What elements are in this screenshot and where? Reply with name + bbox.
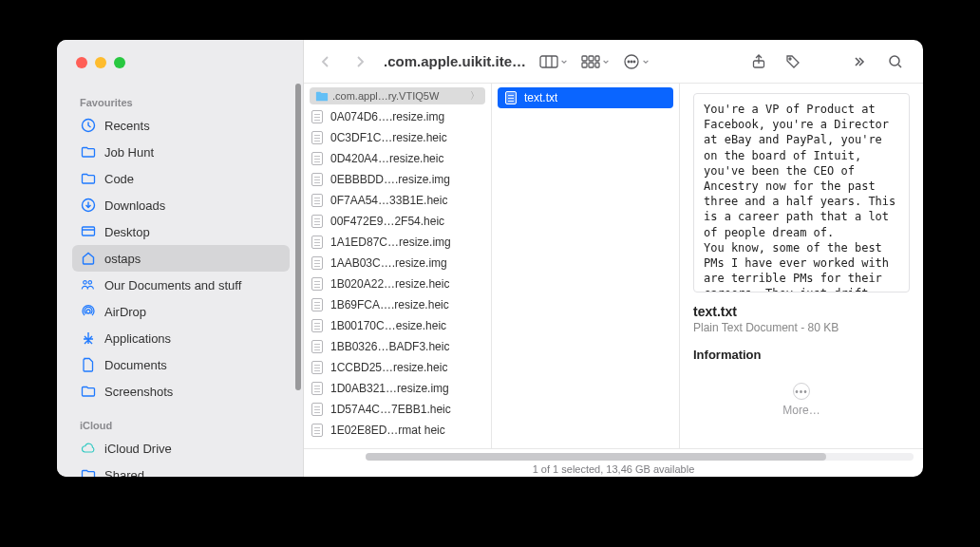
file-row[interactable]: 0A074D6….resize.img xyxy=(304,106,491,127)
sidebar-section-header: Favourites xyxy=(80,97,293,108)
folder-icon xyxy=(80,383,97,400)
file-row[interactable]: 1AAB03C….resize.img xyxy=(304,253,491,274)
main-area: .com.apple.uikit.ite… xyxy=(304,40,923,477)
column-browser: .com.appl…ry.VTIQ5W 〉 0A074D6….resize.im… xyxy=(304,84,923,448)
preview-more[interactable]: ••• More… xyxy=(693,383,910,417)
sidebar-item-recents[interactable]: Recents xyxy=(72,112,290,139)
file-row[interactable]: 1B69FCA….resize.heic xyxy=(304,294,491,315)
sidebar-item-shared[interactable]: Shared xyxy=(72,462,290,477)
document-icon xyxy=(311,277,325,291)
apps-icon xyxy=(80,330,97,347)
view-columns-button[interactable] xyxy=(539,55,568,68)
forward-button[interactable] xyxy=(346,49,374,74)
file-name: 1D0AB321…resize.img xyxy=(330,382,449,395)
file-row[interactable]: 1B00170C…esize.heic xyxy=(304,315,491,336)
sidebar-section-header: iCloud xyxy=(80,420,293,431)
sidebar-item-label: AirDrop xyxy=(104,305,282,319)
file-name: 0F7AA54…33B1E.heic xyxy=(330,194,447,207)
path-header[interactable]: .com.appl…ry.VTIQ5W 〉 xyxy=(310,87,485,104)
file-row[interactable]: 0F7AA54…33B1E.heic xyxy=(304,190,491,211)
file-row[interactable]: 1D0AB321…resize.img xyxy=(304,378,491,399)
file-row[interactable]: 1B020A22…resize.heic xyxy=(304,274,491,294)
file-row[interactable]: 0C3DF1C…resize.heic xyxy=(304,127,491,148)
desktop-icon xyxy=(80,223,97,240)
airdrop-icon xyxy=(80,303,97,320)
file-row[interactable]: 0D420A4…resize.heic xyxy=(304,148,491,169)
path-header-label: .com.appl…ry.VTIQ5W xyxy=(332,90,466,102)
tags-button[interactable] xyxy=(779,49,807,74)
file-row[interactable]: 1D57A4C…7EBB1.heic xyxy=(304,399,491,420)
chevron-right-icon: 〉 xyxy=(470,89,480,103)
file-row[interactable]: 1E02E8ED…rmat heic xyxy=(304,420,491,441)
document-icon xyxy=(311,403,325,416)
svg-rect-7 xyxy=(582,56,587,61)
file-name: 1AAB03C….resize.img xyxy=(330,256,447,270)
share-button[interactable] xyxy=(744,49,773,74)
search-button[interactable] xyxy=(881,49,910,74)
document-icon xyxy=(311,131,325,144)
sidebar-item-label: Desktop xyxy=(104,225,282,239)
sidebar-item-job-hunt[interactable]: Job Hunt xyxy=(72,139,290,165)
zoom-window-button[interactable] xyxy=(114,57,125,68)
file-name: 1A1ED87C…resize.img xyxy=(330,236,451,249)
preview-content: You're a VP of Product at Facebook, you'… xyxy=(693,93,910,292)
sidebar-item-screenshots[interactable]: Screenshots xyxy=(72,378,290,405)
svg-point-19 xyxy=(890,56,899,66)
document-icon xyxy=(311,110,325,123)
file-row[interactable]: 1A1ED87C…resize.img xyxy=(304,232,491,253)
column-2: text.txt ‖ xyxy=(492,84,680,448)
document-icon xyxy=(311,361,325,374)
file-row[interactable]: text.txt xyxy=(498,87,673,108)
file-row[interactable]: 00F472E9…2F54.heic xyxy=(304,211,491,232)
action-menu-button[interactable] xyxy=(623,53,650,70)
sidebar-item-downloads[interactable]: Downloads xyxy=(72,192,290,218)
file-name: 1B020A22…resize.heic xyxy=(330,277,449,291)
file-name: text.txt xyxy=(524,91,557,104)
file-name: 0EBBBDD….resize.img xyxy=(330,173,450,186)
sidebar-item-airdrop[interactable]: AirDrop xyxy=(72,298,290,325)
file-row[interactable]: 1CCBD25…resize.heic xyxy=(304,357,491,378)
file-row[interactable]: 1BB0326…BADF3.heic xyxy=(304,336,491,357)
home-icon xyxy=(80,250,97,267)
svg-point-16 xyxy=(633,61,635,63)
svg-point-3 xyxy=(84,281,87,285)
sidebar-item-code[interactable]: Code xyxy=(72,165,290,192)
document-icon xyxy=(311,152,325,165)
document-icon xyxy=(311,256,325,270)
svg-rect-11 xyxy=(589,63,594,67)
close-window-button[interactable] xyxy=(76,57,87,68)
file-row[interactable]: 0EBBBDD….resize.img xyxy=(304,169,491,190)
people-icon xyxy=(80,276,97,293)
horizontal-scrollbar[interactable] xyxy=(366,453,914,461)
document-icon xyxy=(311,319,325,332)
svg-rect-10 xyxy=(582,63,587,67)
document-icon xyxy=(311,340,325,353)
svg-point-5 xyxy=(86,310,90,313)
group-by-button[interactable] xyxy=(581,55,610,68)
sidebar-item-our-documents-and-stuff[interactable]: Our Documents and stuff xyxy=(72,272,290,298)
file-name: 1BB0326…BADF3.heic xyxy=(330,340,449,353)
sidebar-scrollbar[interactable] xyxy=(295,84,301,477)
minimize-window-button[interactable] xyxy=(95,57,106,68)
file-name: 0A074D6….resize.img xyxy=(330,110,444,123)
svg-point-15 xyxy=(631,61,632,63)
sidebar-item-documents[interactable]: Documents xyxy=(72,351,290,378)
sidebar-item-label: Screenshots xyxy=(104,385,282,399)
file-name: 1D57A4C…7EBB1.heic xyxy=(330,403,451,416)
document-icon xyxy=(311,424,325,437)
sidebar-item-icloud-drive[interactable]: iCloud Drive xyxy=(72,435,290,462)
sidebar-item-ostaps[interactable]: ostaps xyxy=(72,245,290,272)
svg-rect-8 xyxy=(589,56,594,61)
sidebar-item-applications[interactable]: Applications xyxy=(72,325,290,351)
svg-rect-12 xyxy=(595,63,599,67)
file-name: 00F472E9…2F54.heic xyxy=(330,215,444,228)
file-name: 1CCBD25…resize.heic xyxy=(330,361,447,374)
window-title: .com.apple.uikit.ite… xyxy=(384,53,526,69)
svg-rect-6 xyxy=(540,56,557,67)
overflow-button[interactable] xyxy=(847,49,876,74)
sidebar-item-label: Code xyxy=(104,172,282,186)
sidebar-item-desktop[interactable]: Desktop xyxy=(72,218,290,245)
sidebar-item-label: Documents xyxy=(104,358,282,372)
back-button[interactable] xyxy=(311,49,340,74)
document-icon xyxy=(311,173,325,186)
